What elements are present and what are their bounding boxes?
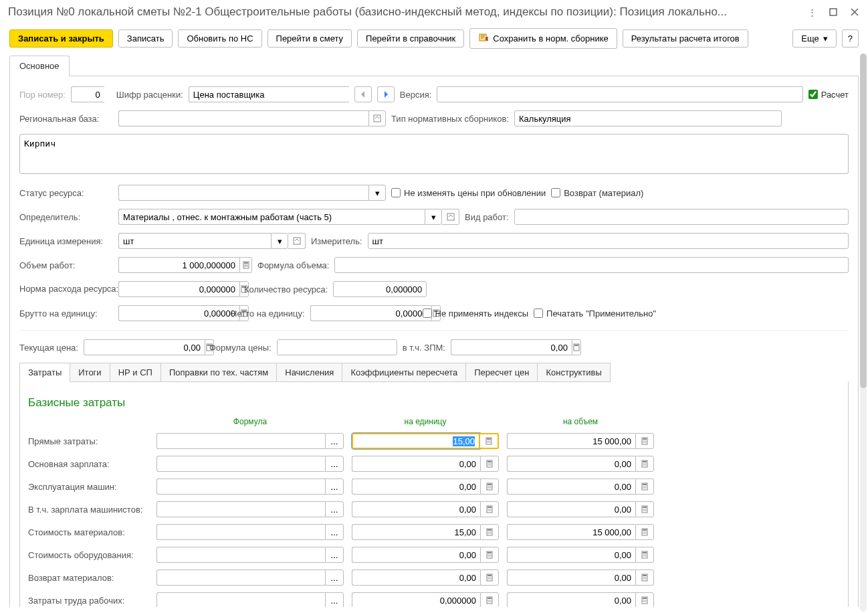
menu-icon[interactable]: ⋮ (806, 7, 817, 17)
volume-cost-input[interactable] (507, 433, 635, 449)
formula-ellipsis-icon[interactable]: ... (325, 524, 344, 540)
price-formula-input[interactable] (277, 339, 397, 355)
por-num-input[interactable] (71, 86, 104, 102)
subtab-nr-sp[interactable]: НР и СП (110, 363, 161, 382)
goto-reference-button[interactable]: Перейти в справочник (357, 29, 464, 48)
opredelitel-dropdown-icon[interactable]: ▾ (425, 209, 442, 225)
norm-rate-input[interactable] (118, 281, 239, 297)
norm-type-input[interactable] (514, 110, 782, 126)
no-price-update-wrap[interactable]: Не изменять цены при обновлении (391, 188, 546, 198)
unit-calc-icon[interactable] (480, 547, 499, 563)
no-price-update-checkbox[interactable] (391, 188, 401, 197)
current-price-input[interactable] (84, 339, 205, 355)
subtab-costs[interactable]: Затраты (19, 363, 70, 382)
unit-cost-input[interactable] (352, 524, 480, 540)
formula-ellipsis-icon[interactable]: ... (325, 592, 344, 607)
measurer-input[interactable] (368, 233, 849, 249)
volume-calc-icon[interactable] (635, 433, 654, 449)
shifr-input[interactable] (189, 86, 349, 102)
calc-checkbox[interactable] (808, 90, 818, 99)
volume-cost-input[interactable] (507, 570, 635, 586)
subtab-coeffs[interactable]: Коэффициенты пересчета (342, 363, 466, 382)
formula-input[interactable] (156, 478, 325, 495)
nav-forward-button[interactable] (377, 86, 395, 102)
no-index-wrap[interactable]: Не применять индексы (423, 309, 528, 319)
unit-dropdown-icon[interactable]: ▾ (271, 233, 288, 249)
scrollbar-thumb[interactable] (860, 54, 867, 388)
maximize-icon[interactable] (828, 7, 839, 17)
unit-calc-icon[interactable] (480, 456, 499, 472)
subtab-totals[interactable]: Итоги (70, 363, 110, 382)
volume-cost-input[interactable] (507, 524, 635, 540)
unit-cost-input[interactable] (352, 456, 480, 472)
volume-calc-icon[interactable] (635, 456, 654, 472)
volume-calc-icon[interactable] (635, 547, 654, 563)
print-approx-wrap[interactable]: Печатать "Применительно" (534, 309, 656, 319)
volume-calc-icon[interactable] (635, 592, 654, 607)
unit-cost-input[interactable] (352, 547, 480, 563)
unit-cost-input[interactable] (352, 501, 480, 517)
subtab-recalc[interactable]: Пересчет цен (465, 363, 538, 382)
unit-cost-input[interactable] (352, 478, 480, 495)
unit-cost-input[interactable] (352, 570, 480, 586)
unit-input[interactable] (118, 233, 271, 249)
brutto-input[interactable] (118, 305, 239, 321)
formula-ellipsis-icon[interactable]: ... (325, 478, 344, 495)
nav-back-button[interactable] (354, 86, 372, 102)
version-input[interactable] (437, 86, 802, 102)
unit-calc-icon[interactable] (480, 501, 499, 517)
unit-calc-icon[interactable] (480, 570, 499, 586)
return-material-wrap[interactable]: Возврат (материал) (551, 188, 643, 198)
save-close-button[interactable]: Записать и закрыть (9, 29, 113, 48)
volume-calc-icon[interactable] (635, 478, 654, 495)
volume-input[interactable] (118, 257, 239, 273)
print-approx-checkbox[interactable] (534, 309, 543, 318)
subtab-accruals[interactable]: Начисления (276, 363, 342, 382)
unit-cost-input[interactable] (352, 433, 480, 449)
unit-calc-icon[interactable] (480, 433, 499, 449)
close-icon[interactable] (849, 7, 860, 17)
formula-input[interactable] (156, 547, 325, 563)
volume-calc-icon[interactable] (239, 257, 252, 273)
opredelitel-open-icon[interactable] (442, 209, 459, 225)
regional-input[interactable] (118, 110, 368, 126)
volume-cost-input[interactable] (507, 501, 635, 517)
tab-main[interactable]: Основное (9, 56, 70, 76)
formula-input[interactable] (156, 524, 325, 540)
calc-results-button[interactable]: Результаты расчета итогов (623, 29, 748, 48)
opredelitel-input[interactable] (118, 209, 425, 225)
formula-input[interactable] (156, 592, 325, 607)
regional-open-icon[interactable] (368, 110, 386, 126)
refresh-button[interactable]: Обновить по НС (178, 29, 261, 48)
vid-rabot-input[interactable] (514, 209, 849, 225)
volume-calc-icon[interactable] (635, 570, 654, 586)
formula-ellipsis-icon[interactable]: ... (325, 456, 344, 472)
return-material-checkbox[interactable] (551, 188, 560, 197)
volume-formula-input[interactable] (334, 257, 849, 273)
netto-input[interactable] (310, 305, 431, 321)
help-button[interactable]: ? (842, 29, 859, 48)
status-input[interactable] (118, 185, 368, 201)
zpm-calc-icon[interactable] (572, 339, 581, 355)
formula-input[interactable] (156, 570, 325, 586)
subtab-constructs[interactable]: Конструктивы (537, 363, 610, 382)
formula-input[interactable] (156, 456, 325, 472)
unit-calc-icon[interactable] (480, 592, 499, 607)
save-norm-button[interactable]: Сохранить в норм. сборнике (469, 28, 617, 49)
save-button[interactable]: Записать (118, 29, 173, 48)
vertical-scrollbar[interactable] (860, 54, 867, 612)
unit-cost-input[interactable] (352, 592, 480, 607)
no-index-checkbox[interactable] (423, 309, 432, 318)
description-textarea[interactable]: Кирпич (19, 134, 849, 174)
more-button[interactable]: Еще ▾ (792, 29, 836, 48)
goto-estimate-button[interactable]: Перейти в смету (267, 29, 352, 48)
volume-cost-input[interactable] (507, 456, 635, 472)
status-dropdown-icon[interactable]: ▾ (368, 185, 386, 201)
volume-calc-icon[interactable] (635, 524, 654, 540)
volume-calc-icon[interactable] (635, 501, 654, 517)
formula-ellipsis-icon[interactable]: ... (325, 570, 344, 586)
calc-checkbox-wrap[interactable]: Расчет (808, 90, 849, 100)
formula-ellipsis-icon[interactable]: ... (325, 501, 344, 517)
formula-input[interactable] (156, 501, 325, 517)
volume-cost-input[interactable] (507, 592, 635, 607)
